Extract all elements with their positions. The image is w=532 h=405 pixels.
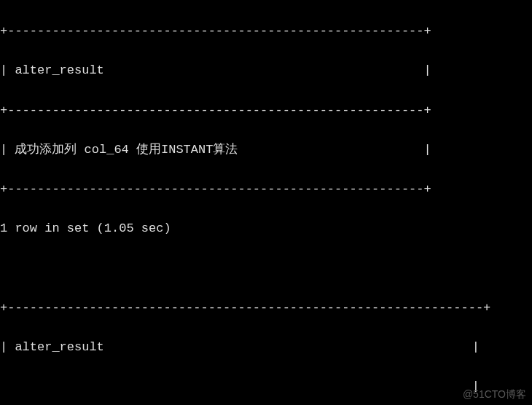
table-border: +---------------------------------------…	[0, 298, 532, 318]
table-header: | alter_result|	[0, 337, 532, 357]
watermark-text: @51CTO博客	[463, 386, 526, 402]
result-summary: 1 row in set (1.05 sec)	[0, 219, 532, 238]
table-header: | alter_result |	[0, 60, 532, 80]
blank-line: |	[0, 377, 532, 396]
table-border: +---------------------------------------…	[0, 179, 532, 199]
blank-line	[0, 258, 532, 278]
table-row: | 成功添加列 col_64 使用INSTANT算法 |	[0, 140, 532, 160]
table-border: +---------------------------------------…	[0, 21, 532, 41]
table-border: +---------------------------------------…	[0, 101, 532, 120]
terminal-output: +---------------------------------------…	[0, 1, 532, 405]
